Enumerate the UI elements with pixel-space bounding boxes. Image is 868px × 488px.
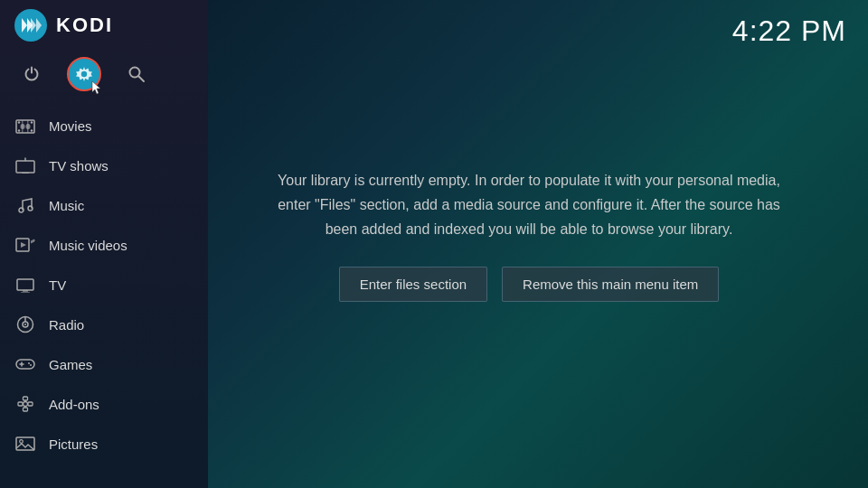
- svg-point-36: [28, 362, 30, 364]
- music-label: Music: [49, 198, 84, 213]
- sidebar-item-tv[interactable]: TV: [0, 265, 208, 305]
- tv-shows-label: TV shows: [49, 158, 108, 174]
- sidebar-item-music-videos[interactable]: Music videos: [0, 225, 208, 265]
- svg-point-6: [81, 71, 87, 77]
- music-videos-label: Music videos: [49, 238, 127, 253]
- sidebar-item-tv-shows[interactable]: TV shows: [0, 145, 208, 185]
- svg-point-23: [28, 206, 33, 211]
- action-buttons-row: Enter files section Remove this main men…: [339, 267, 720, 302]
- svg-rect-26: [17, 279, 33, 290]
- games-label: Games: [49, 357, 92, 372]
- settings-button[interactable]: [67, 57, 101, 91]
- svg-rect-38: [18, 402, 23, 406]
- nav-menu: Movies TV shows Music: [0, 102, 208, 488]
- svg-rect-20: [22, 173, 29, 174]
- kodi-logo-icon: [14, 9, 47, 42]
- sidebar-item-pictures[interactable]: Pictures: [0, 424, 208, 464]
- search-icon: [127, 65, 146, 83]
- svg-point-37: [30, 364, 32, 366]
- svg-rect-41: [24, 408, 28, 411]
- radio-icon: [14, 314, 36, 335]
- svg-rect-33: [16, 360, 34, 369]
- svg-point-48: [20, 440, 24, 444]
- time-display: 4:22 PM: [732, 14, 846, 48]
- sidebar-icons-row: [0, 50, 208, 102]
- mouse-cursor-icon: [90, 80, 105, 95]
- svg-point-42: [24, 402, 28, 407]
- power-icon: [24, 66, 40, 82]
- svg-point-17: [21, 124, 25, 129]
- music-videos-icon: [14, 234, 36, 256]
- music-icon: [14, 194, 36, 216]
- pictures-icon: [14, 433, 36, 455]
- addons-icon: [14, 393, 36, 415]
- app-title: KODI: [56, 14, 113, 37]
- tv-shows-icon: [14, 155, 36, 176]
- add-ons-label: Add-ons: [49, 397, 99, 412]
- svg-point-13: [18, 129, 20, 131]
- svg-rect-39: [28, 402, 33, 406]
- sidebar-item-music[interactable]: Music: [0, 185, 208, 225]
- sidebar-item-movies[interactable]: Movies: [0, 106, 208, 145]
- sidebar-item-radio[interactable]: Radio: [0, 305, 208, 344]
- sidebar-item-games[interactable]: Games: [0, 344, 208, 384]
- pictures-label: Pictures: [49, 436, 98, 452]
- svg-marker-7: [92, 81, 100, 94]
- radio-label: Radio: [49, 317, 84, 333]
- svg-point-11: [18, 121, 20, 123]
- svg-point-22: [19, 208, 24, 212]
- games-icon: [14, 353, 36, 375]
- svg-point-31: [24, 324, 26, 325]
- tv-label: TV: [49, 277, 66, 293]
- power-button[interactable]: [14, 57, 49, 91]
- tv-icon: [14, 274, 36, 296]
- svg-marker-25: [21, 242, 26, 248]
- sidebar-header: KODI: [0, 0, 208, 50]
- enter-files-section-button[interactable]: Enter files section: [339, 267, 487, 302]
- empty-library-message: Your library is currently empty. In orde…: [262, 168, 796, 242]
- sidebar-item-add-ons[interactable]: Add-ons: [0, 384, 208, 424]
- empty-library-section: Your library is currently empty. In orde…: [208, 0, 868, 488]
- svg-rect-28: [21, 292, 30, 293]
- remove-menu-item-button[interactable]: Remove this main menu item: [502, 267, 719, 302]
- svg-rect-27: [23, 290, 28, 292]
- movies-label: Movies: [49, 118, 92, 134]
- svg-point-12: [31, 121, 33, 123]
- svg-point-18: [26, 124, 31, 129]
- search-button[interactable]: [119, 57, 154, 91]
- svg-rect-19: [16, 161, 34, 173]
- movies-icon: [14, 115, 36, 136]
- svg-point-14: [31, 129, 33, 131]
- main-content: 4:22 PM Your library is currently empty.…: [208, 0, 868, 488]
- svg-line-9: [139, 77, 145, 82]
- svg-rect-40: [24, 397, 28, 400]
- sidebar: KODI: [0, 0, 208, 488]
